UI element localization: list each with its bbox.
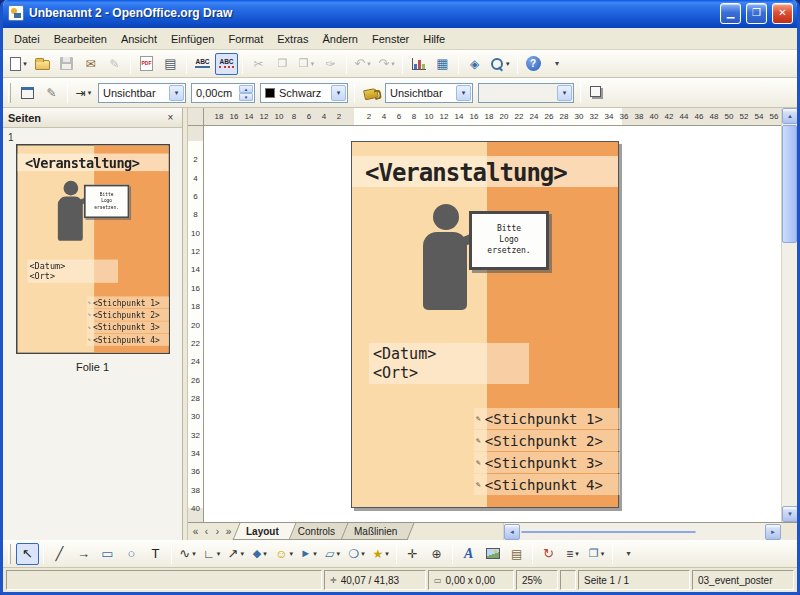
edit-points-button[interactable]: ✛ [401, 543, 424, 565]
bullet-point-4[interactable]: ✎<Stichpunkt 4> [474, 474, 620, 495]
block-arrows-button[interactable]: ►▾ [297, 543, 320, 565]
flowchart-button[interactable]: ▱▾ [321, 543, 344, 565]
maximize-button[interactable]: ❐ [746, 3, 767, 24]
dropdown-arrow-icon[interactable]: ▾ [391, 60, 395, 68]
date-location-text[interactable]: <Datum> <Ort> [373, 345, 436, 383]
drawing-canvas[interactable]: <Veranstaltung> Bitte Logo ersetzen. <Da… [204, 126, 781, 522]
toolbar-grip[interactable] [8, 544, 11, 564]
logo-placeholder-board[interactable]: Bitte Logo ersetzen. [469, 211, 549, 270]
dropdown-arrow-icon[interactable]: ▾ [601, 550, 605, 558]
horizontal-ruler[interactable]: 1816141210864224681012141618202224262830… [204, 108, 781, 126]
close-button[interactable]: ✕ [772, 3, 793, 24]
line-properties-button[interactable]: ✎ [40, 82, 63, 104]
title-bar[interactable]: Unbenannt 2 - OpenOffice.org Draw ▁ ❐ ✕ [3, 0, 797, 28]
bullet-point-3[interactable]: ✎<Stichpunkt 3> [474, 452, 620, 473]
autospellcheck-button[interactable]: ABC [215, 53, 238, 75]
scroll-up-icon[interactable]: ▲ [782, 108, 798, 124]
tab-controls[interactable]: Controls [288, 523, 349, 540]
scroll-right-icon[interactable]: ► [765, 524, 781, 540]
spin-up-icon[interactable]: ▴ [239, 85, 253, 93]
dropdown-arrow-icon[interactable]: ▾ [290, 550, 294, 558]
gallery-button[interactable]: ▤ [505, 543, 528, 565]
dropdown-arrow-icon[interactable]: ▾ [263, 550, 267, 558]
dropdown-arrow-icon[interactable]: ▾ [361, 550, 365, 558]
panel-close-icon[interactable]: × [164, 111, 177, 124]
ellipse-button[interactable]: ○ [120, 543, 143, 565]
spellcheck-button[interactable]: ABC [191, 53, 214, 75]
tab-masslinien[interactable]: Maßlinien [344, 523, 411, 540]
prev-tab-button[interactable]: ‹ [201, 523, 212, 540]
text-button[interactable]: T [144, 543, 167, 565]
help-button[interactable]: ? [522, 53, 545, 75]
menu-datei[interactable]: Datei [7, 30, 47, 48]
dropdown-arrow-icon[interactable]: ▾ [385, 550, 389, 558]
symbol-shapes-button[interactable]: ☺▾ [272, 543, 296, 565]
poster-page[interactable]: <Veranstaltung> Bitte Logo ersetzen. <Da… [351, 141, 619, 508]
menu-einfuegen[interactable]: Einfügen [164, 30, 221, 48]
line-button[interactable]: ╱ [48, 543, 71, 565]
arrow-style-button[interactable]: ⇥▾ [72, 82, 95, 104]
selection-size[interactable]: ▭0,00 x 0,00 [428, 570, 514, 590]
menu-ansicht[interactable]: Ansicht [114, 30, 164, 48]
vertical-scroll-track[interactable] [782, 244, 797, 506]
menu-extras[interactable]: Extras [270, 30, 315, 48]
display-grid-button[interactable]: ▦ [431, 53, 454, 75]
line-arrow-end-button[interactable]: → [72, 543, 95, 565]
poster-title-text[interactable]: <Veranstaltung> [365, 159, 567, 187]
connector-button[interactable]: ∟▾ [200, 543, 223, 565]
line-color-select[interactable]: Schwarz▾ [260, 83, 348, 103]
horizontal-scrollbar[interactable]: ◄ ► [503, 523, 781, 540]
slide-layout-name[interactable]: 03_event_poster [692, 570, 794, 590]
callouts-button[interactable]: ❍▾ [345, 543, 368, 565]
insert-picture-button[interactable] [481, 543, 504, 565]
print-button[interactable]: ▤ [159, 53, 182, 75]
zoom-button[interactable]: ▾ [487, 53, 513, 75]
lines-and-arrows-button[interactable]: ↗▾ [224, 543, 247, 565]
area-properties-button[interactable] [359, 82, 382, 104]
export-pdf-button[interactable]: PDF [135, 53, 158, 75]
tab-layout[interactable]: Layout [236, 523, 293, 540]
shadow-toggle-button[interactable] [585, 82, 608, 104]
styles-and-formatting-button[interactable] [16, 82, 39, 104]
combo-dropdown-icon[interactable]: ▾ [331, 85, 346, 101]
line-style-select[interactable]: Unsichtbar▾ [98, 83, 186, 103]
menu-hilfe[interactable]: Hilfe [416, 30, 452, 48]
document-as-email-button[interactable]: ✉ [79, 53, 102, 75]
line-width-spinner[interactable]: 0,00cm▴▾ [191, 83, 255, 103]
first-tab-button[interactable]: « [190, 523, 201, 540]
open-button[interactable] [31, 53, 54, 75]
navigator-button[interactable]: ◈ [463, 53, 486, 75]
alignment-button[interactable]: ≡▾ [561, 543, 584, 565]
bullet-point-1[interactable]: ✎<Stichpunkt 1> [474, 408, 620, 429]
stars-banners-button[interactable]: ★▾ [369, 543, 392, 565]
basic-shapes-button[interactable]: ◆▾ [248, 543, 271, 565]
vertical-scroll-thumb[interactable] [782, 125, 797, 243]
combo-dropdown-icon[interactable]: ▾ [169, 85, 184, 101]
scroll-down-icon[interactable]: ▼ [782, 506, 798, 522]
curve-button[interactable]: ∿▾ [176, 543, 199, 565]
bullet-point-2[interactable]: ✎<Stichpunkt 2> [474, 430, 620, 451]
new-document-button[interactable]: ▾ [7, 53, 30, 75]
dropdown-arrow-icon[interactable]: ▾ [336, 550, 340, 558]
dropdown-arrow-icon[interactable]: ▾ [240, 550, 244, 558]
dropdown-arrow-icon[interactable]: ▾ [575, 550, 579, 558]
minimize-button[interactable]: ▁ [720, 3, 741, 24]
dropdown-arrow-icon[interactable]: ▾ [192, 550, 196, 558]
menu-fenster[interactable]: Fenster [365, 30, 416, 48]
dropdown-arrow-icon[interactable]: ▾ [88, 89, 92, 97]
horizontal-scroll-thumb[interactable] [521, 531, 696, 533]
arrange-button[interactable]: ❐▾ [585, 543, 608, 565]
toolbar-options-button[interactable]: ▾ [546, 53, 569, 75]
toolbar-grip[interactable] [8, 83, 11, 103]
glue-points-button[interactable]: ⊕ [425, 543, 448, 565]
vertical-ruler[interactable]: 246810121416182022242628303234363840 [188, 126, 204, 522]
menu-bearbeiten[interactable]: Bearbeiten [47, 30, 114, 48]
menu-aendern[interactable]: Ändern [315, 30, 364, 48]
scroll-left-icon[interactable]: ◄ [504, 524, 520, 540]
insert-chart-button[interactable] [407, 53, 430, 75]
combo-dropdown-icon[interactable]: ▾ [456, 85, 471, 101]
zoom-level[interactable]: 25% [516, 570, 558, 590]
cursor-position[interactable]: ✛40,07 / 41,83 [324, 570, 426, 590]
area-style-select[interactable]: Unsichtbar▾ [385, 83, 473, 103]
select-button[interactable]: ↖ [16, 543, 39, 565]
